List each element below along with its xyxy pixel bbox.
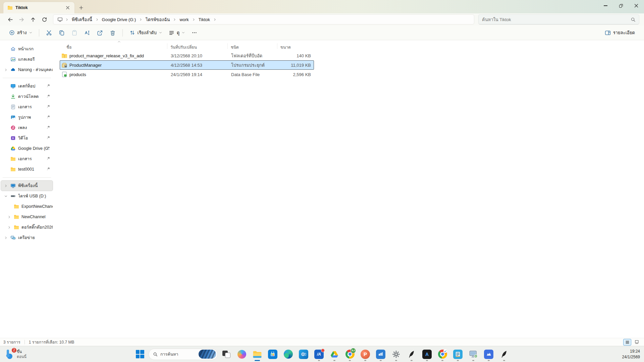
search-input[interactable] <box>482 17 631 22</box>
sidebar-item-exportnewchanel[interactable]: ExportNewChanel <box>1 201 53 212</box>
sidebar-item-pictures[interactable]: รูปภาพ <box>1 112 53 122</box>
taskbar-search[interactable]: การค้นหา <box>149 349 218 360</box>
settings-button[interactable] <box>389 347 403 361</box>
chevron-right-icon[interactable] <box>4 236 8 239</box>
chevron-right-icon[interactable] <box>7 216 11 219</box>
tiles-app-button[interactable] <box>374 347 387 361</box>
sidebar-item-desktop[interactable]: เดสก์ท็อป <box>1 81 53 91</box>
copilot-button[interactable] <box>235 347 249 361</box>
delete-button[interactable] <box>107 27 119 38</box>
remote-desktop-button[interactable] <box>467 347 480 361</box>
minimize-button[interactable] <box>598 0 613 11</box>
google-drive-button[interactable] <box>328 347 341 361</box>
search-icon[interactable] <box>631 17 636 22</box>
back-button[interactable] <box>5 14 15 24</box>
sidebar-item-usb-drive[interactable]: ไดรฟ์ USB (D:) <box>1 191 53 201</box>
quill-app-button[interactable] <box>405 347 418 361</box>
this-pc-icon <box>10 183 16 188</box>
breadcrumb-item[interactable]: work <box>172 16 191 23</box>
sidebar-item-this-pc[interactable]: พีซีเครื่องนี้ <box>1 181 53 191</box>
downloads-icon <box>10 94 16 99</box>
column-header-date[interactable]: วันที่ปรับเปลี่ยน <box>170 44 197 50</box>
up-button[interactable] <box>28 14 38 24</box>
chevron-right-icon[interactable] <box>7 226 11 229</box>
quill-app-2-button[interactable] <box>497 347 511 361</box>
folder-icon <box>10 156 16 162</box>
powerpoint-icon: P <box>361 350 370 359</box>
details-pane-button[interactable]: รายละเอียด <box>602 27 638 39</box>
sidebar-item-downloads[interactable]: ดาวน์โหลด <box>1 92 53 102</box>
new-button[interactable]: สร้าง <box>6 27 35 39</box>
ia-app-button[interactable]: /A <box>312 347 326 361</box>
sidebar: หน้าแรก แกลเลอรี Narong - ส่วนบุคคล เดสก… <box>0 40 54 338</box>
mountain-app-button[interactable] <box>482 347 495 361</box>
outlook-button[interactable] <box>297 347 310 361</box>
share-button[interactable] <box>94 27 106 38</box>
sidebar-item-tiktok-2026-folder[interactable]: ดอร์สติ๊กต๊อก2026 <box>1 222 53 232</box>
sort-button[interactable]: เรียงลำดับ <box>126 27 165 39</box>
chrome-shortcut-button[interactable] <box>436 347 449 361</box>
sidebar-item-gallery[interactable]: แกลเลอรี <box>1 54 53 64</box>
close-button[interactable] <box>629 0 644 11</box>
refresh-button[interactable] <box>39 14 50 24</box>
selection-summary: 1 รายการที่เลือก: 10.7 MB <box>29 339 74 345</box>
chevron-right-icon[interactable] <box>4 184 8 187</box>
cut-button[interactable] <box>43 27 55 38</box>
sidebar-item-test0001[interactable]: test0001 <box>1 164 53 174</box>
edge-button[interactable] <box>281 347 295 361</box>
chevron-down-icon[interactable] <box>4 195 8 198</box>
explorer-tab[interactable]: Tiktok <box>3 2 74 13</box>
pin-icon <box>47 157 50 160</box>
breadcrumb-item[interactable]: ไดรฟ์ของฉัน <box>139 15 172 24</box>
paste-button[interactable] <box>68 27 80 38</box>
more-options-button[interactable] <box>189 27 200 38</box>
search-highlight-image[interactable] <box>199 350 216 359</box>
copy-button[interactable] <box>56 27 68 38</box>
large-icons-view-toggle[interactable] <box>633 339 641 346</box>
dark-a-app-icon: A <box>422 350 432 359</box>
rename-button[interactable] <box>81 27 93 38</box>
sidebar-item-documents[interactable]: เอกสาร <box>1 102 53 112</box>
view-button[interactable]: ดู <box>166 27 188 39</box>
file-explorer-button[interactable] <box>251 347 264 361</box>
weather-widget[interactable]: 2 ขึ้น ตอนนี้ <box>3 346 29 362</box>
powerpoint-button[interactable]: P <box>359 347 372 361</box>
sidebar-item-home[interactable]: หน้าแรก <box>1 44 53 54</box>
sidebar-item-onedrive[interactable]: Narong - ส่วนบุคคล <box>1 65 53 75</box>
breadcrumb-item[interactable]: Google Drive (G:) <box>95 16 138 23</box>
sidebar-item-music[interactable]: เพลง <box>1 123 53 133</box>
new-tab-button[interactable] <box>77 4 85 12</box>
start-button[interactable] <box>133 347 147 361</box>
sidebar-item-google-drive[interactable]: Google Drive (G: <box>1 143 53 154</box>
notepad-button[interactable] <box>451 347 465 361</box>
chevron-right-icon[interactable] <box>4 68 8 71</box>
quill-icon <box>408 350 416 358</box>
task-view-button[interactable] <box>220 347 233 361</box>
breadcrumb[interactable]: พีซีเครื่องนี้ Google Drive (G:) ไดรฟ์ขอ… <box>53 14 474 24</box>
sidebar-item-videos[interactable]: วิดีโอ <box>1 133 53 143</box>
breadcrumb-item-current[interactable]: Tiktok <box>192 16 212 23</box>
details-view-toggle[interactable] <box>623 339 631 346</box>
file-row-zip[interactable]: product_manager_release_v3_fix_add 3/12/… <box>60 51 314 60</box>
dark-a-app-button[interactable]: A <box>420 347 434 361</box>
microsoft-store-button[interactable] <box>266 347 279 361</box>
column-header-name[interactable]: ชื่อ <box>66 44 71 50</box>
chevron-right-icon <box>213 18 217 21</box>
folder-icon <box>14 204 19 209</box>
column-header-size[interactable]: ขนาด <box>280 44 291 50</box>
search-box[interactable] <box>478 14 639 24</box>
edge-icon <box>284 350 293 359</box>
tab-close-icon[interactable] <box>64 4 72 12</box>
chrome-button[interactable]: SJ <box>343 347 357 361</box>
forward-button[interactable] <box>16 14 27 24</box>
restore-button[interactable] <box>613 0 629 11</box>
sidebar-item-network[interactable]: เครือข่าย <box>1 233 53 243</box>
breadcrumb-item[interactable]: พีซีเครื่องนี้ <box>65 15 94 24</box>
sidebar-item-documents-folder[interactable]: เอกสาร <box>1 154 53 164</box>
column-header-type[interactable]: ชนิด <box>231 44 239 50</box>
store-icon <box>268 350 277 359</box>
file-row-database[interactable]: products 24/1/2569 19:14 Data Base File … <box>60 70 314 79</box>
clock[interactable]: 19:24 24/1/2569 <box>621 346 641 362</box>
file-row-selected[interactable]: ProductManager 4/12/2568 14:53 โปรแกรมปร… <box>60 60 314 70</box>
sidebar-item-newchannel[interactable]: NewChannel <box>1 212 53 222</box>
